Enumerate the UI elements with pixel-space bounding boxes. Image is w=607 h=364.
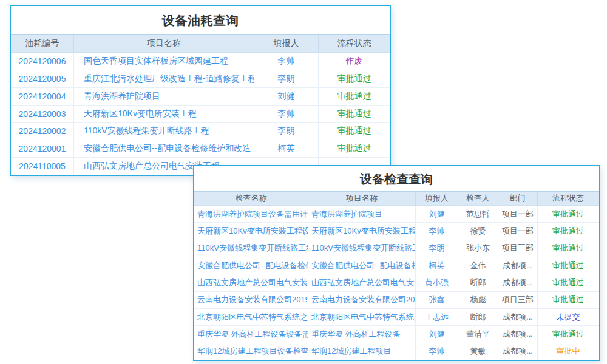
inspection-table-row[interactable]: 重庆华夏 外高桥工程设备设备需用计划 重庆华夏 外高桥工程设备 刘健 董清平 成… <box>194 326 599 343</box>
inspection-table-row[interactable]: 山西弘文房地产总公司电气安装工程设备 山西弘文房地产总公司电气安装工程 黄小强 … <box>194 274 599 291</box>
status-badge: 审批通过 <box>538 292 599 308</box>
dept-cell: 项目三部 <box>498 292 538 308</box>
filler-cell: 柯英 <box>416 257 458 274</box>
check-name-cell: 安徽合肥供电公司--配电设备检修维护和改造 <box>194 257 308 274</box>
check-name-cell: 青海洪湖养护院项目设备需用计划 <box>194 206 308 222</box>
status-badge: 审批通过 <box>319 123 390 140</box>
dept-cell: 成都项... <box>498 274 538 291</box>
column-header-status: 流程状态 <box>319 35 390 52</box>
project-name-cell: 安徽合肥供电公司--配电设备检修维护 <box>308 257 416 274</box>
column-header-status: 流程状态 <box>538 192 599 205</box>
inspection-table-row[interactable]: 110kV安徽线程集变开断线路工程设备需用计划 110kV安徽线程集变开断线路工… <box>194 240 599 257</box>
check-name-cell: 北京朝阳区电气中芯特气系统之GIS设备 <box>194 309 308 325</box>
project-name-cell: 110kV安徽线程集变开断线路工程 <box>74 123 254 140</box>
fuel-table-row[interactable]: 2024120003 天府新区10Kv变电所安装工程 李帅 审批通过 <box>11 106 390 123</box>
project-name-cell: 青海洪湖养护院项目 <box>308 206 416 222</box>
fuel-table-row[interactable]: 2024120005 重庆江北污水处理厂级改造工程-道路修复工程 李朗 审批通过 <box>11 70 390 88</box>
status-badge: 审批中 <box>538 343 599 360</box>
project-name-cell: 华润12城房建工程项目 <box>308 343 416 360</box>
status-badge: 作废 <box>319 53 390 70</box>
status-badge: 审批通过 <box>538 274 599 291</box>
inspector-cell: 徐贤 <box>458 223 498 239</box>
column-header-dept: 部门 <box>498 192 538 205</box>
column-header-project: 项目名称 <box>308 192 416 205</box>
inspection-table-row[interactable]: 北京朝阳区电气中芯特气系统之GIS设备 北京朝阳区电气中芯特气系统之 王志远 断… <box>194 309 599 326</box>
fuel-id-cell: 2024120002 <box>11 123 74 140</box>
check-name-cell: 天府新区10Kv变电所安装工程设备需用计划 <box>194 223 308 239</box>
check-name-cell: 云南电力设备安装有限公司2019--2020 <box>194 292 308 308</box>
column-header-filler: 填报人 <box>254 35 319 52</box>
column-header-project: 项目名称 <box>74 35 254 52</box>
dept-cell: 成都项... <box>498 257 538 274</box>
filler-cell: 李帅 <box>254 53 319 70</box>
fuel-table-row[interactable]: 2024120006 国色天香项目实体样板房区域园建工程 李帅 作废 <box>11 53 390 70</box>
filler-cell: 柯英 <box>254 140 319 157</box>
inspector-cell: 断郎 <box>458 309 498 325</box>
inspection-table-row[interactable]: 安徽合肥供电公司--配电设备检修维护和改造 安徽合肥供电公司--配电设备检修维护… <box>194 257 599 274</box>
filler-cell: 李朗 <box>254 70 319 87</box>
filler-cell: 李朗 <box>416 240 458 257</box>
fuel-query-panel: 设备油耗查询 油耗编号 项目名称 填报人 流程状态 2024120006 国色天… <box>10 5 391 176</box>
status-badge: 审批通过 <box>319 88 390 105</box>
fuel-table-body: 2024120006 国色天香项目实体样板房区域园建工程 李帅 作废 20241… <box>11 53 390 175</box>
inspector-cell: 张小东 <box>458 240 498 257</box>
fuel-id-cell: 2024120004 <box>11 88 74 105</box>
dept-cell: 成都项... <box>498 343 538 360</box>
column-header-filler: 填报人 <box>416 192 458 205</box>
project-name-cell: 重庆华夏 外高桥工程设备 <box>308 326 416 342</box>
project-name-cell: 云南电力设备安装有限公司2019 <box>308 292 416 308</box>
column-header-inspector: 检查人 <box>458 192 498 205</box>
column-header-fuel-id: 油耗编号 <box>11 35 74 52</box>
check-name-cell: 山西弘文房地产总公司电气安装工程设备 <box>194 274 308 291</box>
check-name-cell: 重庆华夏 外高桥工程设备设备需用计划 <box>194 326 308 342</box>
fuel-table-row[interactable]: 2024120002 110kV安徽线程集变开断线路工程 李朗 审批通过 <box>11 123 390 140</box>
inspector-cell: 黄敏 <box>458 343 498 360</box>
status-badge: 审批通过 <box>538 257 599 274</box>
fuel-id-cell: 2024120005 <box>11 70 74 87</box>
project-name-cell: 天府新区10Kv变电所安装工程 <box>308 223 416 239</box>
status-badge: 未提交 <box>538 309 599 325</box>
filler-cell: 李帅 <box>254 106 319 123</box>
project-name-cell: 110kV安徽线程集变开断线路工程 <box>308 240 416 257</box>
status-badge: 审批通过 <box>538 206 599 222</box>
project-name-cell: 安徽合肥供电公司--配电设备检修维护和改造 <box>74 140 254 157</box>
inspector-cell: 金伟 <box>458 257 498 274</box>
project-name-cell: 重庆江北污水处理厂级改造工程-道路修复工程 <box>74 70 254 87</box>
inspection-table-row[interactable]: 青海洪湖养护院项目设备需用计划 青海洪湖养护院项目 刘健 范思哲 项目一部 审批… <box>194 206 599 223</box>
filler-cell: 黄小强 <box>416 274 458 291</box>
fuel-table-header: 油耗编号 项目名称 填报人 流程状态 <box>11 34 390 53</box>
dept-cell: 成都项... <box>498 309 538 325</box>
inspector-cell: 杨彪 <box>458 292 498 308</box>
project-name-cell: 青海洪湖养护院项目 <box>74 88 254 105</box>
inspection-table-header: 检查名称 项目名称 填报人 检查人 部门 流程状态 <box>194 191 599 206</box>
check-name-cell: 华润12城房建工程项目设备检查2 <box>194 343 308 360</box>
fuel-id-cell: 2024110005 <box>11 158 74 175</box>
inspection-table-body: 青海洪湖养护院项目设备需用计划 青海洪湖养护院项目 刘健 范思哲 项目一部 审批… <box>194 206 599 360</box>
fuel-table-row[interactable]: 2024120004 青海洪湖养护院项目 刘健 审批通过 <box>11 88 390 106</box>
filler-cell: 李帅 <box>416 223 458 239</box>
inspection-table-row[interactable]: 天府新区10Kv变电所安装工程设备需用计划 天府新区10Kv变电所安装工程 李帅… <box>194 223 599 240</box>
check-name-cell: 110kV安徽线程集变开断线路工程设备需用计划 <box>194 240 308 257</box>
status-badge: 审批通过 <box>538 240 599 257</box>
inspection-table-row[interactable]: 华润12城房建工程项目设备检查2 华润12城房建工程项目 李帅 黄敏 成都项..… <box>194 343 599 360</box>
dept-cell: 成都项... <box>498 326 538 342</box>
dept-cell: 项目三部 <box>498 240 538 257</box>
fuel-table-row[interactable]: 2024120001 安徽合肥供电公司--配电设备检修维护和改造 柯英 审批通过 <box>11 140 390 158</box>
filler-cell: 刘健 <box>254 88 319 105</box>
fuel-id-cell: 2024120003 <box>11 106 74 123</box>
dept-cell: 项目一部 <box>498 206 538 222</box>
filler-cell: 李朗 <box>254 123 319 140</box>
filler-cell: 王志远 <box>416 309 458 325</box>
filler-cell: 李帅 <box>416 343 458 360</box>
project-name-cell: 北京朝阳区电气中芯特气系统之 <box>308 309 416 325</box>
filler-cell: 刘健 <box>416 326 458 342</box>
inspector-cell: 断郎 <box>458 274 498 291</box>
page-title: 设备油耗查询 <box>11 6 390 34</box>
status-badge: 审批通过 <box>538 326 599 342</box>
inspection-query-panel: 设备检查查询 检查名称 项目名称 填报人 检查人 部门 流程状态 青海洪湖养护院… <box>193 165 600 361</box>
status-badge: 审批通过 <box>319 140 390 157</box>
status-badge: 审批通过 <box>319 70 390 87</box>
inspection-table-row[interactable]: 云南电力设备安装有限公司2019--2020 云南电力设备安装有限公司2019 … <box>194 292 599 309</box>
page-title: 设备检查查询 <box>194 166 599 191</box>
filler-cell: 张鑫 <box>416 292 458 308</box>
